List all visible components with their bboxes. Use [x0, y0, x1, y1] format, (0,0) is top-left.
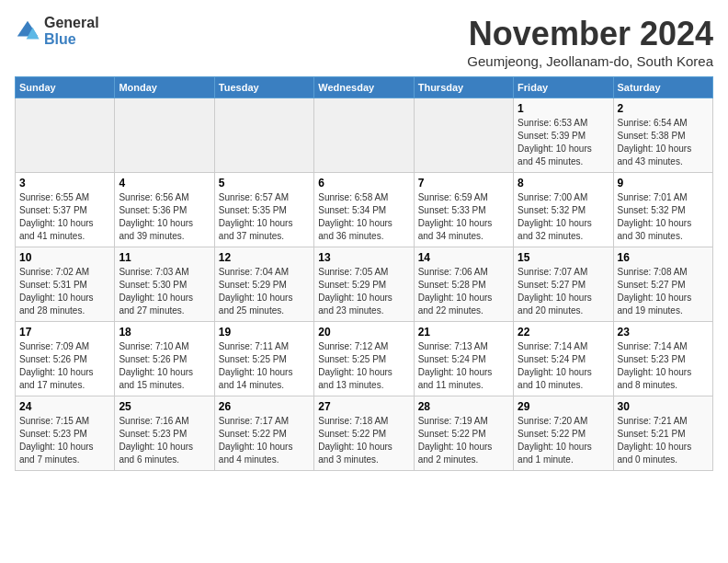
day-info: Sunrise: 6:59 AM Sunset: 5:33 PM Dayligh…	[418, 191, 509, 243]
calendar-cell: 17Sunrise: 7:09 AM Sunset: 5:26 PM Dayli…	[16, 322, 115, 396]
calendar-table: SundayMondayTuesdayWednesdayThursdayFrid…	[15, 76, 713, 471]
day-info: Sunrise: 6:55 AM Sunset: 5:37 PM Dayligh…	[19, 191, 110, 243]
logo: General Blue	[15, 15, 99, 47]
day-number: 28	[418, 400, 509, 413]
calendar-cell: 1Sunrise: 6:53 AM Sunset: 5:39 PM Daylig…	[514, 98, 613, 173]
week-row-3: 10Sunrise: 7:02 AM Sunset: 5:31 PM Dayli…	[16, 247, 713, 322]
day-number: 15	[518, 251, 609, 264]
calendar-cell: 27Sunrise: 7:18 AM Sunset: 5:22 PM Dayli…	[314, 396, 414, 471]
calendar-cell: 20Sunrise: 7:12 AM Sunset: 5:25 PM Dayli…	[314, 322, 414, 396]
day-number: 10	[19, 251, 110, 264]
day-info: Sunrise: 6:54 AM Sunset: 5:38 PM Dayligh…	[618, 117, 709, 168]
day-info: Sunrise: 6:57 AM Sunset: 5:35 PM Dayligh…	[219, 191, 310, 243]
calendar-cell: 13Sunrise: 7:05 AM Sunset: 5:29 PM Dayli…	[314, 247, 414, 322]
calendar-cell: 6Sunrise: 6:58 AM Sunset: 5:34 PM Daylig…	[314, 173, 414, 247]
logo-general: General	[44, 15, 99, 31]
weekday-header-monday: Monday	[115, 77, 214, 98]
calendar-cell: 18Sunrise: 7:10 AM Sunset: 5:26 PM Dayli…	[115, 322, 214, 396]
day-number: 3	[19, 177, 110, 190]
day-info: Sunrise: 7:02 AM Sunset: 5:31 PM Dayligh…	[19, 266, 110, 317]
calendar-cell	[314, 98, 414, 173]
day-number: 24	[19, 400, 110, 413]
day-number: 30	[618, 400, 709, 413]
day-number: 9	[618, 177, 709, 190]
calendar-cell: 10Sunrise: 7:02 AM Sunset: 5:31 PM Dayli…	[16, 247, 115, 322]
day-info: Sunrise: 7:12 AM Sunset: 5:25 PM Dayligh…	[318, 340, 409, 392]
day-number: 21	[418, 326, 509, 339]
calendar-cell: 29Sunrise: 7:20 AM Sunset: 5:22 PM Dayli…	[514, 396, 613, 471]
day-number: 12	[219, 251, 310, 264]
day-info: Sunrise: 7:14 AM Sunset: 5:24 PM Dayligh…	[518, 340, 609, 392]
day-info: Sunrise: 7:07 AM Sunset: 5:27 PM Dayligh…	[518, 266, 609, 317]
day-number: 29	[518, 400, 609, 413]
day-info: Sunrise: 7:19 AM Sunset: 5:22 PM Dayligh…	[418, 415, 509, 466]
calendar-cell: 16Sunrise: 7:08 AM Sunset: 5:27 PM Dayli…	[613, 247, 712, 322]
day-info: Sunrise: 7:06 AM Sunset: 5:28 PM Dayligh…	[418, 266, 509, 317]
weekday-header-friday: Friday	[514, 77, 613, 98]
weekday-header-tuesday: Tuesday	[214, 77, 313, 98]
day-info: Sunrise: 7:20 AM Sunset: 5:22 PM Dayligh…	[518, 415, 609, 466]
day-info: Sunrise: 7:15 AM Sunset: 5:23 PM Dayligh…	[19, 415, 110, 466]
day-info: Sunrise: 6:56 AM Sunset: 5:36 PM Dayligh…	[119, 191, 210, 243]
day-info: Sunrise: 7:17 AM Sunset: 5:22 PM Dayligh…	[219, 415, 310, 466]
day-info: Sunrise: 7:03 AM Sunset: 5:30 PM Dayligh…	[119, 266, 210, 317]
day-number: 18	[119, 326, 210, 339]
calendar-cell	[16, 98, 115, 173]
day-number: 8	[518, 177, 609, 190]
day-number: 16	[618, 251, 709, 264]
page-header: General Blue November 2024 Geumjeong, Je…	[15, 15, 713, 69]
day-number: 1	[518, 102, 609, 115]
calendar-cell	[115, 98, 214, 173]
day-number: 6	[318, 177, 409, 190]
day-info: Sunrise: 7:08 AM Sunset: 5:27 PM Dayligh…	[618, 266, 709, 317]
calendar-cell: 15Sunrise: 7:07 AM Sunset: 5:27 PM Dayli…	[514, 247, 613, 322]
day-info: Sunrise: 7:01 AM Sunset: 5:32 PM Dayligh…	[618, 191, 709, 243]
calendar-cell: 23Sunrise: 7:14 AM Sunset: 5:23 PM Dayli…	[613, 322, 712, 396]
calendar-cell: 4Sunrise: 6:56 AM Sunset: 5:36 PM Daylig…	[115, 173, 214, 247]
day-number: 2	[618, 102, 709, 115]
day-info: Sunrise: 6:58 AM Sunset: 5:34 PM Dayligh…	[318, 191, 409, 243]
day-info: Sunrise: 7:05 AM Sunset: 5:29 PM Dayligh…	[318, 266, 409, 317]
day-number: 5	[219, 177, 310, 190]
day-number: 22	[518, 326, 609, 339]
week-row-2: 3Sunrise: 6:55 AM Sunset: 5:37 PM Daylig…	[16, 173, 713, 247]
day-info: Sunrise: 7:11 AM Sunset: 5:25 PM Dayligh…	[219, 340, 310, 392]
logo-text: General Blue	[44, 15, 99, 47]
calendar-cell: 19Sunrise: 7:11 AM Sunset: 5:25 PM Dayli…	[214, 322, 313, 396]
day-info: Sunrise: 7:13 AM Sunset: 5:24 PM Dayligh…	[418, 340, 509, 392]
calendar-cell: 12Sunrise: 7:04 AM Sunset: 5:29 PM Dayli…	[214, 247, 313, 322]
logo-blue: Blue	[44, 31, 99, 48]
weekday-header-sunday: Sunday	[16, 77, 115, 98]
calendar-cell: 11Sunrise: 7:03 AM Sunset: 5:30 PM Dayli…	[115, 247, 214, 322]
calendar-cell: 3Sunrise: 6:55 AM Sunset: 5:37 PM Daylig…	[16, 173, 115, 247]
week-row-1: 1Sunrise: 6:53 AM Sunset: 5:39 PM Daylig…	[16, 98, 713, 173]
weekday-header-row: SundayMondayTuesdayWednesdayThursdayFrid…	[16, 77, 713, 98]
calendar-cell: 21Sunrise: 7:13 AM Sunset: 5:24 PM Dayli…	[414, 322, 513, 396]
day-info: Sunrise: 7:14 AM Sunset: 5:23 PM Dayligh…	[618, 340, 709, 392]
day-info: Sunrise: 7:21 AM Sunset: 5:21 PM Dayligh…	[618, 415, 709, 466]
day-number: 4	[119, 177, 210, 190]
day-number: 26	[219, 400, 310, 413]
day-info: Sunrise: 7:04 AM Sunset: 5:29 PM Dayligh…	[219, 266, 310, 317]
title-block: November 2024 Geumjeong, Jeollanam-do, S…	[467, 15, 713, 69]
calendar-cell: 14Sunrise: 7:06 AM Sunset: 5:28 PM Dayli…	[414, 247, 513, 322]
calendar-cell	[414, 98, 513, 173]
day-number: 19	[219, 326, 310, 339]
calendar-cell: 30Sunrise: 7:21 AM Sunset: 5:21 PM Dayli…	[613, 396, 712, 471]
weekday-header-thursday: Thursday	[414, 77, 513, 98]
day-number: 23	[618, 326, 709, 339]
day-number: 14	[418, 251, 509, 264]
calendar-cell: 28Sunrise: 7:19 AM Sunset: 5:22 PM Dayli…	[414, 396, 513, 471]
day-number: 13	[318, 251, 409, 264]
calendar-cell	[214, 98, 313, 173]
day-number: 7	[418, 177, 509, 190]
calendar-cell: 24Sunrise: 7:15 AM Sunset: 5:23 PM Dayli…	[16, 396, 115, 471]
week-row-5: 24Sunrise: 7:15 AM Sunset: 5:23 PM Dayli…	[16, 396, 713, 471]
logo-icon	[15, 18, 40, 44]
weekday-header-wednesday: Wednesday	[314, 77, 414, 98]
day-number: 20	[318, 326, 409, 339]
week-row-4: 17Sunrise: 7:09 AM Sunset: 5:26 PM Dayli…	[16, 322, 713, 396]
calendar-cell: 26Sunrise: 7:17 AM Sunset: 5:22 PM Dayli…	[214, 396, 313, 471]
day-info: Sunrise: 7:16 AM Sunset: 5:23 PM Dayligh…	[119, 415, 210, 466]
day-info: Sunrise: 7:00 AM Sunset: 5:32 PM Dayligh…	[518, 191, 609, 243]
